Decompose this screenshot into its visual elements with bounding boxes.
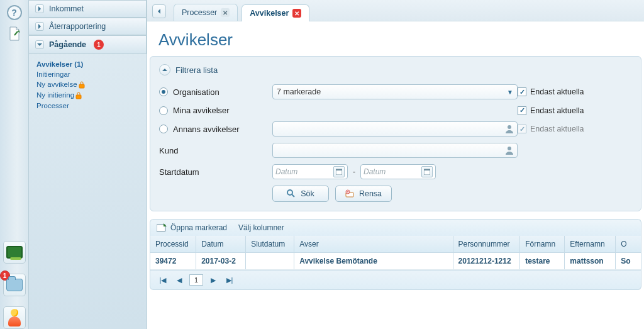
col-personnummer[interactable]: Personnummer — [453, 236, 521, 252]
side-sub-list: Avvikelser (1) Initieringar Ny avvikelse… — [29, 54, 147, 120]
date-separator: - — [353, 167, 355, 176]
checkbox-only-current-2[interactable]: ✓ Endast aktuella — [518, 106, 637, 115]
search-button[interactable]: Sök — [272, 186, 329, 202]
radio-annans-avvikelser[interactable]: Annans avvikelser — [159, 125, 272, 134]
col-efternamn[interactable]: Efternamn — [565, 236, 616, 252]
radio-organisation[interactable]: Organisation — [159, 87, 272, 97]
clear-icon — [345, 189, 354, 198]
open-icon — [157, 223, 167, 232]
results-grid: Processid Datum Slutdatum Avser Personnu… — [150, 236, 641, 270]
col-processid[interactable]: Processid — [150, 236, 196, 252]
help-icon[interactable]: ? — [7, 5, 22, 20]
svg-rect-1 — [79, 84, 84, 88]
svg-rect-2 — [76, 95, 81, 99]
col-avser[interactable]: Avser — [294, 236, 453, 252]
col-datum[interactable]: Datum — [196, 236, 246, 252]
side-nav: Inkommet Återrapportering Pågående 1 Avv… — [29, 0, 147, 329]
accordion-head-inkommet[interactable]: Inkommet — [29, 0, 147, 18]
subnav-processer[interactable]: Processer — [36, 101, 139, 111]
svg-point-9 — [287, 190, 292, 195]
subnav-ny-initiering[interactable]: Ny initiering — [36, 90, 139, 101]
pager-prev[interactable]: ◀ — [173, 274, 186, 286]
pager-next[interactable]: ▶ — [207, 274, 219, 286]
tab-processer[interactable]: Processer ✕ — [174, 4, 238, 21]
toolbar-label: Välj kolumner — [238, 223, 284, 232]
grid-header-row: Processid Datum Slutdatum Avser Personnu… — [150, 236, 641, 253]
cell-personnummer: 20121212-1212 — [453, 253, 521, 269]
tab-avvikelser[interactable]: Avvikelser ✕ — [242, 4, 309, 21]
filter-title: Filtrera lista — [175, 65, 218, 75]
accordion-label: Återrapportering — [49, 22, 106, 31]
person-icon — [504, 145, 514, 155]
tab-label: Processer — [182, 8, 217, 17]
close-icon[interactable]: ✕ — [221, 8, 230, 17]
rail-dashboard-button[interactable] — [3, 241, 26, 264]
pager: |◀ ◀ 1 ▶ ▶| — [150, 270, 641, 290]
svg-marker-15 — [164, 223, 167, 226]
checkbox-only-current-3[interactable]: ✓ Endast aktuella — [518, 125, 637, 133]
subnav-initieringar[interactable]: Initieringar — [36, 69, 139, 79]
pager-last[interactable]: ▶| — [223, 274, 236, 286]
collapse-toggle[interactable] — [159, 64, 170, 75]
col-slutdatum[interactable]: Slutdatum — [246, 236, 294, 252]
combo-value: 7 markerade — [277, 87, 321, 96]
checkbox-label: Endast aktuella — [530, 106, 584, 115]
search-icon — [287, 189, 296, 198]
svg-point-4 — [508, 147, 511, 150]
accordion-label: Pågående — [49, 40, 86, 49]
calendar-icon[interactable] — [333, 166, 345, 177]
caret-down-icon: ▼ — [507, 89, 513, 96]
clear-button[interactable]: Rensa — [335, 186, 392, 202]
close-icon[interactable]: ✕ — [292, 9, 301, 18]
calendar-icon[interactable] — [421, 166, 433, 177]
open-selected-button[interactable]: Öppna markerad — [157, 223, 227, 232]
cell-avser: Avvikelse Bemötande — [294, 253, 453, 269]
pager-page-number[interactable]: 1 — [189, 274, 203, 286]
annans-input[interactable] — [272, 121, 518, 137]
checkbox-only-current-1[interactable]: ✓ Endast aktuella — [518, 87, 637, 96]
person-icon — [504, 124, 514, 134]
accordion-head-aterrapportering[interactable]: Återrapportering — [29, 18, 147, 35]
rail-user-button[interactable] — [3, 306, 26, 329]
date-to-input[interactable]: Datum — [360, 164, 436, 179]
radio-label: Annans avvikelser — [173, 125, 240, 134]
cell-slutdatum — [246, 253, 294, 269]
radio-mina-avvikelser[interactable]: Mina avvikelser — [159, 106, 272, 115]
startdatum-label: Startdatum — [159, 167, 272, 177]
subnav-avvikelser[interactable]: Avvikelser (1) — [36, 59, 139, 69]
count-badge: 1 — [94, 40, 104, 50]
col-fornamn[interactable]: Förnamn — [520, 236, 565, 252]
toolbar-label: Öppna markerad — [170, 223, 227, 232]
accordion-label: Inkommet — [49, 4, 84, 13]
table-row[interactable]: 39472 2017-03-2 Avvikelse Bemötande 2012… — [150, 253, 641, 270]
cell-org: So — [616, 253, 641, 269]
chevron-right-icon — [35, 22, 44, 31]
date-from-input[interactable]: Datum — [272, 164, 348, 179]
organisation-select[interactable]: 7 markerade ▼ — [272, 84, 518, 99]
cell-fornamn: testare — [520, 253, 565, 269]
kund-input[interactable] — [272, 143, 518, 158]
date-placeholder: Datum — [275, 167, 297, 176]
pager-first[interactable]: |◀ — [157, 274, 169, 286]
svg-rect-6 — [336, 169, 342, 170]
filter-panel: Filtrera lista Organisation 7 markerade … — [150, 56, 641, 211]
document-icon[interactable] — [8, 26, 21, 42]
choose-columns-button[interactable]: Välj kolumner — [238, 223, 284, 232]
radio-icon — [159, 125, 168, 133]
lock-icon — [79, 81, 85, 89]
svg-rect-8 — [424, 169, 430, 170]
chevron-right-icon — [35, 4, 44, 13]
nav-back-button[interactable] — [152, 4, 166, 18]
chevron-down-icon — [35, 40, 44, 49]
checkbox-icon: ✓ — [518, 87, 526, 96]
rail-folder-button[interactable]: 1 — [3, 274, 26, 296]
checkbox-label: Endast aktuella — [530, 87, 584, 96]
col-org[interactable]: O — [616, 236, 641, 252]
main-area: Processer ✕ Avvikelser ✕ Avvikelser Filt… — [147, 0, 644, 329]
radio-label: Mina avvikelser — [173, 106, 230, 115]
checkbox-icon: ✓ — [518, 106, 526, 115]
accordion-head-pagaende[interactable]: Pågående 1 — [29, 35, 147, 54]
subnav-ny-avvikelse[interactable]: Ny avvikelse — [36, 79, 139, 90]
radio-icon — [159, 87, 168, 96]
cell-efternamn: mattsson — [565, 253, 616, 269]
